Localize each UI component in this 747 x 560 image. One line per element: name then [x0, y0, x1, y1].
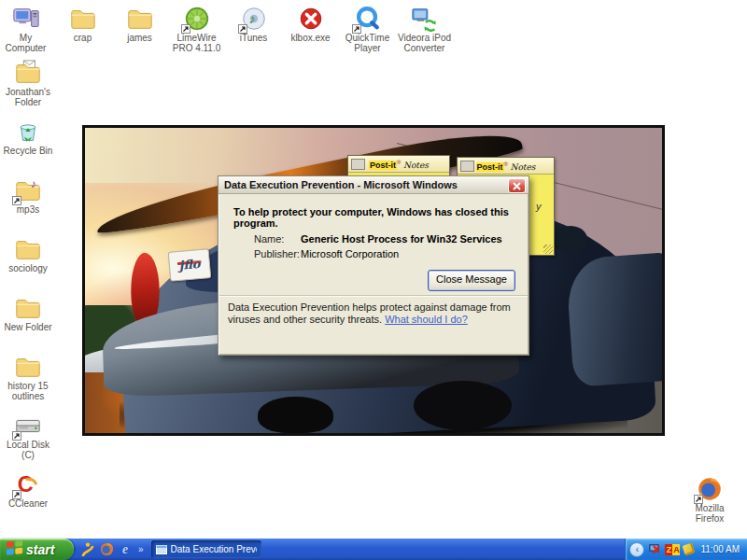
desktop-icon-label: sociology [8, 263, 48, 273]
display-error-tray-icon[interactable] [648, 543, 661, 555]
quicktime-icon [354, 4, 382, 33]
what-should-i-do-link[interactable]: What should I do? [385, 314, 468, 325]
desktop-icon-klbox-exe[interactable]: klbox.exe [282, 4, 339, 53]
desktop-icon-label: crap [74, 33, 92, 43]
photo-wheel-left [258, 397, 332, 433]
desktop-icon-label: mp3s [17, 204, 39, 215]
desktop-icon-history-15-outlines[interactable]: history 15 outlines [0, 352, 56, 411]
desktop-icon-label: Local Disk (C) [1, 440, 55, 460]
folder-icon [69, 4, 97, 33]
desktop-icon-ccleaner[interactable]: CCCleaner [0, 469, 56, 528]
desktop-icon-crap[interactable]: crap [54, 4, 111, 53]
desktop-icon-label: LimeWire PRO 4.11.0 [170, 33, 224, 53]
tray-collapse-chevron-icon[interactable]: ‹ [629, 542, 644, 557]
desktop-icon-label: CCleaner [8, 498, 48, 509]
taskbar-clock[interactable]: 11:00 AM [700, 544, 740, 554]
note-resize-handle[interactable] [543, 245, 553, 254]
ccleaner-icon: C [14, 469, 42, 498]
desktop-icon-mozilla-firefox[interactable]: Mozilla Firefox [677, 474, 742, 524]
windows-flag-icon [6, 539, 23, 560]
aim-icon[interactable] [80, 542, 95, 557]
dep-dialog-title: Data Execution Prevention - Microsoft Wi… [218, 179, 458, 190]
svg-text:♪: ♪ [31, 177, 36, 190]
folder-icon [126, 4, 154, 33]
folder-music-icon: ♪ [14, 175, 42, 204]
name-label: Name: [254, 233, 284, 245]
folder-icon [14, 352, 42, 381]
firefox-icon [696, 474, 724, 503]
recycle-bin-icon [14, 117, 42, 146]
red-x-icon [297, 4, 325, 33]
postit-note-titlebar[interactable]: Post-it® Notes [348, 156, 449, 173]
desktop-icon-jonathan-s-folder[interactable]: Jonathan's Folder [0, 58, 56, 117]
name-value: Generic Host Process for Win32 Services [301, 233, 502, 245]
close-icon[interactable] [508, 178, 526, 193]
svg-text:♪: ♪ [248, 11, 255, 26]
postit-logo: Post-it® Notes [348, 155, 449, 174]
task-button-dep[interactable]: Data Execution Preve... [151, 540, 261, 558]
dialog-separator [219, 295, 528, 297]
desktop-icon-james[interactable]: james [111, 4, 168, 53]
desktop-icon-label: klbox.exe [290, 33, 330, 43]
desktop-icon-videora-ipod-converter[interactable]: Videora iPod Converter [396, 4, 453, 53]
desktop-icon-mp3s[interactable]: ♪mp3s [0, 175, 56, 234]
note-text-fragment: y [536, 201, 542, 212]
quick-launch: e » [80, 542, 144, 557]
desktop-icon-new-folder[interactable]: New Folder [0, 293, 56, 352]
desktop-icon-recycle-bin[interactable]: Recycle Bin [0, 117, 56, 175]
folder-icon [14, 293, 42, 322]
sticky-notes-tray-icon[interactable] [684, 544, 694, 554]
folder-icon [14, 234, 42, 263]
taskbar: start e » Data Execution Preve... ‹ ZA 1… [0, 539, 747, 560]
desktop-icon-label: Jonathan's Folder [1, 87, 55, 107]
desktop-icon-label: history 15 outlines [1, 381, 55, 401]
firefox-icon[interactable] [99, 542, 114, 557]
desktop-icon-bottom-right: Mozilla Firefox [677, 474, 742, 524]
desktop-icon-quicktime-player[interactable]: QuickTime Player [339, 4, 396, 53]
postit-note-titlebar[interactable]: Post-it® Notes [458, 158, 554, 175]
photo-license-plate: jflo [167, 248, 211, 282]
desktop-icon-my-computer[interactable]: My Computer [0, 4, 54, 53]
desktop-icon-label: Mozilla Firefox [683, 503, 737, 524]
publisher-value: Microsoft Corporation [301, 248, 399, 259]
my-computer-icon [12, 4, 40, 33]
postit-logo: Post-it® Notes [458, 157, 554, 175]
system-tray: ‹ ZA 11:00 AM [625, 539, 747, 560]
publisher-label: Publisher: [254, 248, 300, 259]
desktop-icon-label: My Computer [0, 33, 53, 53]
dep-dialog-titlebar[interactable]: Data Execution Prevention - Microsoft Wi… [218, 176, 529, 194]
itunes-icon: ♪ [240, 4, 268, 33]
photo-wheel-right [414, 381, 512, 429]
desktop-icon-limewire-pro-4-11-0[interactable]: LimeWire PRO 4.11.0 [168, 4, 225, 53]
dep-message: To help protect your computer, Windows h… [233, 206, 515, 229]
desktop-icon-local-disk-c[interactable]: Local Disk (C) [0, 411, 56, 469]
dep-footer-text: Data Execution Prevention helps protect … [228, 301, 511, 325]
zonealarm-tray-icon[interactable]: ZA [665, 544, 680, 555]
desktop-icon-label: Recycle Bin [4, 146, 53, 156]
desktop-icon-itunes[interactable]: ♪iTunes [225, 4, 282, 53]
desktop-icon-label: New Folder [4, 322, 51, 332]
desktop-icon-label: Videora iPod Converter [398, 33, 452, 53]
desktop-icon-sociology[interactable]: sociology [0, 234, 56, 293]
dep-dialog: Data Execution Prevention - Microsoft Wi… [218, 175, 529, 356]
start-label: start [26, 542, 54, 557]
quick-launch-overflow-chevron[interactable]: » [138, 544, 144, 554]
start-button[interactable]: start [0, 539, 74, 560]
desktop-icons-top-row: My ComputercrapjamesLimeWire PRO 4.11.0♪… [0, 4, 453, 53]
videora-icon [411, 4, 439, 33]
desktop-icons-left-column: Jonathan's FolderRecycle Bin♪mp3ssociolo… [0, 58, 56, 528]
task-button-label: Data Execution Preve... [171, 544, 257, 554]
dep-footer: Data Execution Prevention helps protect … [228, 301, 519, 326]
folder-mail-icon [14, 58, 42, 87]
local-disk-icon [14, 411, 42, 440]
window-icon [156, 541, 167, 558]
plate-text: jflo [169, 256, 209, 274]
photo-car-side [565, 253, 665, 388]
limewire-icon [183, 4, 211, 33]
desktop-icon-label: james [127, 33, 152, 43]
close-message-button[interactable]: Close Message [428, 270, 515, 291]
desktop-icon-label: QuickTime Player [341, 33, 395, 53]
desktop-icon-label: iTunes [240, 33, 268, 43]
internet-explorer-icon[interactable]: e [118, 542, 133, 557]
